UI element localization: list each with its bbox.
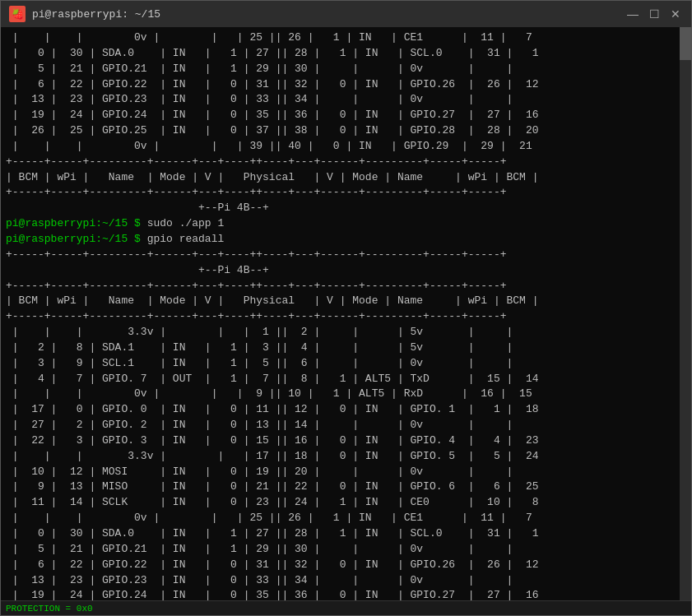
terminal-content: | | | 0v | | | 25 || 26 | 1 | IN | CE1 |… bbox=[1, 30, 691, 600]
close-button[interactable]: ✕ bbox=[668, 7, 683, 21]
scrollbar-thumb[interactable] bbox=[680, 27, 691, 60]
bottom-bar: PROTECTION = 0x0 bbox=[1, 600, 691, 615]
terminal-body[interactable]: | | | 0v | | | 25 || 26 | 1 | IN | CE1 |… bbox=[1, 27, 691, 600]
window-controls[interactable]: — ☐ ✕ bbox=[625, 7, 683, 21]
bottom-status: PROTECTION = 0x0 bbox=[6, 604, 93, 614]
minimize-button[interactable]: — bbox=[625, 7, 640, 21]
maximize-button[interactable]: ☐ bbox=[647, 7, 662, 21]
titlebar-left: 🍓 pi@raspberrypi: ~/15 bbox=[9, 6, 160, 22]
terminal-window: 🍓 pi@raspberrypi: ~/15 — ☐ ✕ | | | 0v | … bbox=[0, 0, 692, 616]
app-icon: 🍓 bbox=[9, 6, 26, 22]
scrollbar[interactable] bbox=[680, 27, 691, 600]
window-title: pi@raspberrypi: ~/15 bbox=[32, 8, 160, 21]
titlebar: 🍓 pi@raspberrypi: ~/15 — ☐ ✕ bbox=[1, 1, 691, 27]
